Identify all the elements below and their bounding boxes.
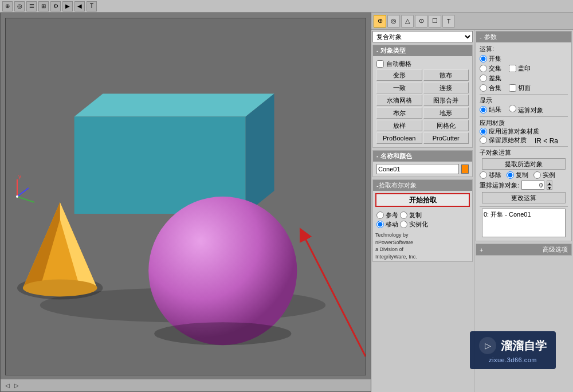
name-color-row xyxy=(376,164,469,174)
viewport-bottom: ◁ ▷ xyxy=(1,379,371,391)
auto-grid-row: 自动栅格 xyxy=(376,60,469,68)
auto-grid-checkbox[interactable] xyxy=(376,60,384,68)
radio-merge[interactable] xyxy=(480,84,487,92)
btn-conform[interactable]: 一致 xyxy=(376,82,422,93)
radio-intersect[interactable] xyxy=(480,65,487,72)
reorder-spinbox[interactable] xyxy=(521,181,544,190)
union-label: 开集 xyxy=(489,54,501,63)
object-name-input[interactable] xyxy=(376,164,459,174)
toolbar-icon-3[interactable]: ☰ xyxy=(26,1,37,11)
svg-point-5 xyxy=(23,280,97,297)
merge-label: 合集 xyxy=(489,84,501,92)
btn-blobmesh[interactable]: 水滴网格 xyxy=(376,95,422,106)
viewport-area: y ◁ ▷ xyxy=(0,13,371,392)
toolbar-icon-4[interactable]: ⊞ xyxy=(38,1,49,11)
watermark-play-icon: ▷ xyxy=(485,341,491,350)
btn-morph[interactable]: 变形 xyxy=(376,69,422,81)
cmd-icon-motion[interactable]: ⊙ xyxy=(415,15,427,28)
cmd-icon-display[interactable]: ☐ xyxy=(429,15,441,28)
spinbox-up[interactable]: ▲ xyxy=(547,181,552,185)
name-color-section: - 名称和颜色 xyxy=(372,150,473,177)
radio-diff[interactable] xyxy=(480,75,487,82)
reorder-row: 重排运算对象: ▲ ▼ xyxy=(480,181,568,190)
advanced-collapse[interactable]: + xyxy=(480,246,483,253)
radio-move-row: 移动 实例化 xyxy=(376,220,469,229)
radio-move-label: 移动 xyxy=(386,220,398,229)
radio-apply-mat[interactable] xyxy=(480,128,487,135)
toolbar-icon-6[interactable]: ▶ xyxy=(62,1,73,11)
extract-btn[interactable]: 提取所选对象 xyxy=(482,158,566,170)
pick-header-label: 拾取布尔对象 xyxy=(379,181,417,190)
material-label: 应用材质 xyxy=(480,119,568,127)
nav-arrow-left[interactable]: ◁ xyxy=(3,382,12,389)
radio-result[interactable] xyxy=(480,106,487,113)
pick-options: 参考 复制 移动 实例化 xyxy=(373,209,472,230)
radio-union[interactable] xyxy=(480,55,487,62)
auto-grid-label: 自动栅格 xyxy=(386,60,411,68)
pick-section: - 拾取布尔对象 开始拾取 参考 复制 xyxy=(372,179,473,262)
collapse-name-color[interactable]: - xyxy=(376,153,378,159)
compound-dropdown[interactable]: 复合对象 xyxy=(372,31,473,42)
radio-instance[interactable] xyxy=(400,221,407,228)
watermark-logo: ▷ 溜溜自学 xyxy=(479,337,547,354)
radio-operands[interactable] xyxy=(509,105,516,112)
toolbar-icon-8[interactable]: T xyxy=(87,1,97,11)
list-item-0: 0: 开集 - Cone01 xyxy=(484,210,564,219)
divider4 xyxy=(480,206,568,207)
svg-line-14 xyxy=(17,188,29,197)
cut-checkbox[interactable] xyxy=(509,84,516,92)
toolbar-icon-5[interactable]: ⚙ xyxy=(50,1,61,11)
params-section: - 参数 运算: 开集 xyxy=(476,31,572,241)
name-color-header: - 名称和颜色 xyxy=(373,151,472,162)
radio-union-row: 开集 xyxy=(480,54,568,63)
operand-list[interactable]: 0: 开集 - Cone01 xyxy=(482,209,566,237)
spinbox-down[interactable]: ▼ xyxy=(547,185,552,190)
change-op-btn[interactable]: 更改运算 xyxy=(482,192,566,203)
object-type-section: - 对象类型 自动栅格 变形 散布 一致 连接 水滴网格 xyxy=(372,45,473,148)
toolbar-icon-1[interactable]: ⊕ xyxy=(2,1,13,11)
reorder-label: 重排运算对象: xyxy=(480,181,519,190)
operands-item: 运算对象 xyxy=(509,105,543,115)
btn-terrain[interactable]: 地形 xyxy=(423,107,469,119)
collapse-object-type[interactable]: - xyxy=(376,48,378,54)
stamp-checkbox[interactable] xyxy=(509,65,516,72)
radio-remove[interactable] xyxy=(480,171,487,179)
operands-label: 运算对象 xyxy=(518,107,543,113)
sub-op-label: 子对象运算 xyxy=(480,148,568,157)
radio-move[interactable] xyxy=(376,221,384,228)
ir-ra-label: IR < Ra xyxy=(535,137,558,145)
radio-ref[interactable] xyxy=(376,211,384,219)
operation-radio-group: 开集 交集 盖印 xyxy=(480,54,568,92)
cmd-icon-utilities[interactable]: T xyxy=(442,15,455,28)
nav-arrow-right[interactable]: ▷ xyxy=(12,382,21,389)
toolbar-icon-2[interactable]: ◎ xyxy=(14,1,25,11)
toolbar-icon-7[interactable]: ◀ xyxy=(74,1,85,11)
pick-button[interactable]: 开始拾取 xyxy=(375,193,470,207)
color-swatch[interactable] xyxy=(461,164,469,174)
cmd-icon-create[interactable]: ⊕ xyxy=(374,15,386,28)
btn-boolean[interactable]: 布尔 xyxy=(376,107,422,119)
btn-loft[interactable]: 放样 xyxy=(376,120,422,131)
scene-svg: y xyxy=(6,18,366,375)
left-sub-panel: 复合对象 - 对象类型 自动栅格 变形 xyxy=(371,30,474,392)
cmd-icon-modify[interactable]: ◎ xyxy=(387,15,400,28)
radio-copy[interactable] xyxy=(400,211,407,219)
params-collapse[interactable]: - xyxy=(480,34,482,41)
btn-connect[interactable]: 连接 xyxy=(423,82,469,93)
watermark-url: zixue.3d66.com xyxy=(489,356,537,363)
radio-instance-label: 实例化 xyxy=(409,220,428,229)
radio-copy-sub[interactable] xyxy=(507,171,514,179)
btn-mesher[interactable]: 网格化 xyxy=(423,120,469,131)
btn-scatter[interactable]: 散布 xyxy=(423,69,469,81)
advanced-section: + 高级选项 xyxy=(476,244,572,256)
radio-keep-mat[interactable] xyxy=(480,136,487,144)
btn-proboolean[interactable]: ProBoolean xyxy=(376,132,422,144)
radio-ref-label: 参考 xyxy=(386,211,398,219)
btn-procutter[interactable]: ProCutter xyxy=(423,132,469,144)
btn-shapemerge[interactable]: 图形合并 xyxy=(423,95,469,106)
cmd-icon-hierarchy[interactable]: △ xyxy=(401,15,414,28)
svg-point-15 xyxy=(16,195,18,198)
params-header: - 参数 xyxy=(476,32,571,42)
radio-instance-sub[interactable] xyxy=(533,171,541,179)
watermark-title: 溜溜自学 xyxy=(501,338,547,354)
